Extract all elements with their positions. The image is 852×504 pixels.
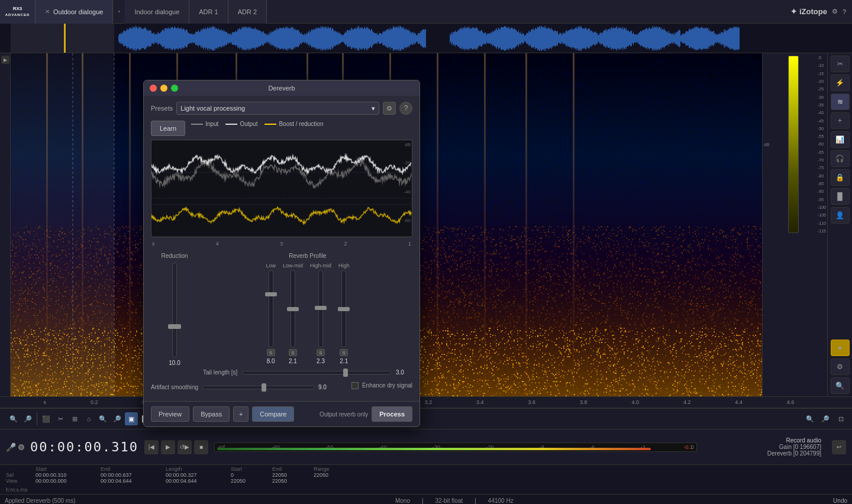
spectral-tool-icon[interactable]: ⊞	[68, 412, 81, 425]
time-axis-labels: s 0.2 0.4 0.6 0.8 2.8 3.0 3.2 3.4 3.6 3.…	[11, 399, 852, 405]
info-units: h:m:s.ms	[6, 487, 432, 493]
status-text: Applied Dereverb (500 ms)	[5, 497, 76, 504]
lowmid-slider-thumb[interactable]	[287, 307, 299, 311]
sidebar-user-btn[interactable]: 👤	[831, 207, 850, 224]
enhance-dry-label: Enhance dry signal	[362, 382, 412, 389]
view-zoom-out-icon[interactable]: 🔍	[803, 412, 816, 425]
window-maximize-btn[interactable]	[171, 85, 178, 92]
legend-row: Input Output Boost / reduction	[191, 121, 412, 127]
reverb-profile-label: Reverb Profile	[203, 253, 412, 259]
help-icon[interactable]: ?	[843, 8, 846, 15]
record-info: Record audio Gain [0 196607] Dereverb [0…	[703, 437, 821, 457]
sidebar-clip-btn[interactable]: ✂	[831, 56, 850, 72]
select-tool-icon[interactable]: ⬛	[40, 412, 53, 425]
compare-button[interactable]: Compare	[252, 406, 294, 422]
sidebar-headphone-btn[interactable]: 🎧	[831, 150, 850, 167]
tail-length-slider[interactable]	[242, 371, 391, 374]
zoom-out-icon[interactable]: 🔍	[7, 412, 20, 425]
highmid-slider-track[interactable]	[318, 270, 323, 347]
sidebar-eq-btn[interactable]: ≋	[831, 93, 850, 110]
lowmid-s-btn[interactable]: S	[289, 349, 297, 356]
low-slider-thumb[interactable]	[265, 292, 277, 296]
highmid-s-btn[interactable]: S	[317, 349, 325, 356]
sidebar-fx-btn[interactable]: ⚡	[831, 75, 850, 91]
highmid-slider-thumb[interactable]	[315, 306, 327, 310]
artifact-value: 9.0	[318, 384, 335, 390]
undo-transport-btn[interactable]: ↩	[832, 440, 846, 454]
settings-icon[interactable]: ⚙	[832, 8, 838, 15]
sidebar-bar-btn[interactable]: █	[831, 188, 850, 205]
waveform-canvas[interactable]	[0, 24, 852, 53]
sidebar-zoom-btn[interactable]: 🔍	[831, 377, 850, 394]
info-table-range: Range 22050	[314, 466, 337, 484]
stop-btn[interactable]: ■	[194, 440, 208, 454]
process-button[interactable]: Process	[372, 406, 412, 422]
tail-length-thumb[interactable]	[343, 369, 348, 377]
view-fit-icon[interactable]: ⊡	[834, 412, 847, 425]
artifact-slider[interactable]	[202, 386, 315, 389]
tab-outdoor-dialogue[interactable]: ✕ Outdoor dialogue	[36, 0, 113, 24]
reduction-thumb[interactable]	[168, 324, 181, 329]
high-slider-thumb[interactable]	[338, 307, 350, 311]
learn-button[interactable]: Learn	[151, 121, 185, 136]
artifact-thumb[interactable]	[262, 383, 266, 392]
time-display: 00:00:00.310	[30, 440, 138, 454]
reduction-value: 10.0	[169, 360, 180, 366]
preset-settings-btn[interactable]: ⚙	[383, 102, 396, 115]
sidebar-lock-btn[interactable]: 🔒	[831, 169, 850, 186]
view-zoom-in-icon[interactable]: 🔎	[819, 412, 832, 425]
graph-canvas[interactable]	[151, 140, 412, 237]
top-bar: RX3ADVANCED ✕ Outdoor dialogue • Indoor …	[0, 0, 852, 24]
info-bar: Sel View Start 00:00:00.310 00:00:00.000…	[0, 464, 852, 494]
output-line-icon	[225, 124, 237, 125]
help-btn[interactable]: ?	[399, 102, 412, 115]
tab-adr1[interactable]: ADR 1	[189, 0, 228, 24]
preview-button[interactable]: Preview	[151, 406, 189, 422]
presets-label: Presets	[151, 105, 173, 112]
play-loop-btn[interactable]: ↺▶	[178, 440, 192, 454]
lowmid-slider-track[interactable]	[291, 270, 295, 347]
sidebar-plus-btn[interactable]: +	[831, 112, 850, 129]
sidebar-settings2-btn[interactable]: ⚙	[831, 358, 850, 375]
low-s-btn[interactable]: S	[267, 349, 275, 356]
go-start-btn[interactable]: |◀	[144, 440, 159, 454]
reduction-section: Reduction 10.0	[151, 253, 198, 366]
active-tool-icon[interactable]: ▣	[125, 412, 138, 425]
bypass-button[interactable]: Bypass	[193, 406, 230, 422]
waveform-strip	[0, 24, 852, 53]
enhance-dry-checkbox[interactable]	[351, 382, 359, 389]
sidebar-analyze-btn[interactable]: 📊	[831, 131, 850, 148]
tab-indoor-dialogue[interactable]: Indoor dialogue	[125, 0, 189, 24]
sidebar-yellow-btn[interactable]: ●	[831, 340, 850, 356]
close-icon[interactable]: ✕	[45, 8, 50, 15]
zoom-in-icon[interactable]: 🔎	[21, 412, 34, 425]
window-close-btn[interactable]	[150, 85, 157, 92]
playback-controls: |◀ ▶ ↺▶ ■	[144, 440, 208, 454]
window-minimize-btn[interactable]	[160, 85, 167, 92]
zoom2-tool-icon[interactable]: 🔎	[111, 412, 124, 425]
learn-row: Learn Input Output Boost / reduction	[151, 121, 412, 136]
cut-tool-icon[interactable]: ✂	[54, 412, 67, 425]
presets-dropdown[interactable]: Light vocal processing ▾	[176, 102, 379, 115]
record-btn[interactable]	[18, 444, 24, 450]
reduction-slider[interactable]	[172, 263, 177, 357]
zoom-tool-icon[interactable]: 🔍	[96, 412, 109, 425]
mono-label: Mono	[395, 497, 410, 504]
bottom-toolbar: 🔍 🔎 ⬛ ✂ ⊞ ⌂ 🔍 🔎 ▣ ⬜ ~ ✏ 💡 🔧 ⚙ 📐 📤 🔍 🔎 ⊡	[0, 408, 852, 429]
input-line-icon	[191, 124, 203, 125]
right-transport-btns: ↩	[832, 440, 846, 454]
left-tool-1[interactable]: ▶	[1, 56, 9, 64]
high-slider-track[interactable]	[341, 270, 346, 347]
info-table-start: Start 00:00:00.310 00:00:00.000	[36, 466, 83, 484]
info-table-hz-start: Start 0 22050	[231, 466, 254, 484]
tab-adr2[interactable]: ADR 2	[228, 0, 267, 24]
play-btn[interactable]: ▶	[161, 440, 175, 454]
boost-line-icon	[264, 124, 276, 125]
bottom-controls-row: Artifact smoothing 9.0 Enhance dry signa…	[151, 380, 412, 390]
undo-label[interactable]: Undo	[833, 497, 847, 504]
lasso-tool-icon[interactable]: ⌂	[82, 412, 95, 425]
add-button[interactable]: +	[233, 406, 248, 422]
low-slider-track[interactable]	[269, 270, 273, 347]
reduction-label: Reduction	[161, 253, 188, 259]
high-s-btn[interactable]: S	[340, 349, 348, 356]
